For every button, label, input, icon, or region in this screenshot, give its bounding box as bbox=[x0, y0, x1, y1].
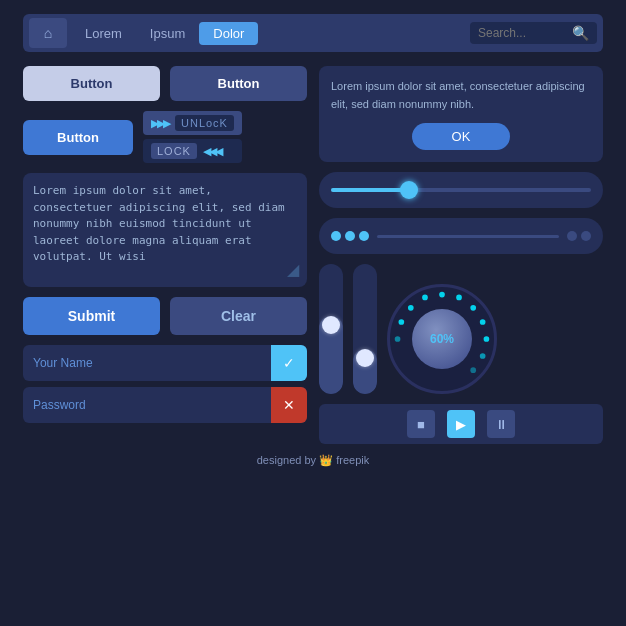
footer: designed by 👑 freepik bbox=[23, 454, 603, 467]
name-check-button[interactable]: ✓ bbox=[271, 345, 307, 381]
slider-track-1[interactable] bbox=[331, 188, 591, 192]
media-stop-button[interactable]: ■ bbox=[407, 410, 435, 438]
action-row: Submit Clear bbox=[23, 297, 307, 335]
resize-icon: ◢ bbox=[287, 260, 299, 279]
textarea-container: Lorem ipsum dolor sit amet, consectetuer… bbox=[23, 173, 307, 287]
lock-unlock-row: Button ▶▶▶ UNLocK LOCK ◀◀◀ bbox=[23, 111, 307, 163]
svg-point-4 bbox=[484, 336, 490, 342]
dot-4 bbox=[567, 231, 577, 241]
button-light[interactable]: Button bbox=[23, 66, 160, 101]
button-row-1: Button Button bbox=[23, 66, 307, 101]
controls-row: 60% bbox=[319, 264, 603, 394]
brand-label: freepik bbox=[336, 454, 369, 466]
freepik-brand: 👑 bbox=[319, 454, 336, 466]
svg-point-9 bbox=[399, 319, 405, 325]
svg-point-6 bbox=[470, 368, 476, 374]
svg-point-0 bbox=[439, 292, 445, 298]
password-clear-button[interactable]: ✕ bbox=[271, 387, 307, 423]
stop-icon: ■ bbox=[417, 417, 425, 432]
home-icon: ⌂ bbox=[44, 25, 52, 41]
media-pause-button[interactable]: ⏸ bbox=[487, 410, 515, 438]
dots-slider bbox=[319, 218, 603, 254]
left-column: Button Button Button ▶▶▶ UNLocK LOCK ◀◀◀ bbox=[23, 66, 307, 444]
button-blue[interactable]: Button bbox=[23, 120, 133, 155]
vert-thumb-2[interactable] bbox=[356, 349, 374, 367]
vert-slider-1 bbox=[319, 264, 343, 394]
search-icon[interactable]: 🔍 bbox=[572, 25, 589, 41]
nav-item-lorem[interactable]: Lorem bbox=[71, 22, 136, 45]
lock-label: LOCK bbox=[151, 143, 197, 159]
slider-thumb-1[interactable] bbox=[400, 181, 418, 199]
svg-point-8 bbox=[408, 305, 414, 311]
svg-point-7 bbox=[422, 295, 428, 301]
button-medium[interactable]: Button bbox=[170, 66, 307, 101]
knob-inner[interactable]: 60% bbox=[412, 309, 472, 369]
pause-icon: ⏸ bbox=[495, 417, 508, 432]
knob-outer[interactable]: 60% bbox=[387, 284, 497, 394]
name-input-row: ✓ bbox=[23, 345, 307, 381]
navbar: ⌂ Lorem Ipsum Dolor 🔍 bbox=[23, 14, 603, 52]
vert-track-1[interactable] bbox=[319, 264, 343, 394]
footer-text: designed by bbox=[257, 454, 319, 466]
search-bar: 🔍 bbox=[470, 22, 597, 44]
right-column: Lorem ipsum dolor sit amet, consectetuer… bbox=[319, 66, 603, 444]
nav-home-button[interactable]: ⌂ bbox=[29, 18, 67, 48]
name-input[interactable] bbox=[23, 346, 271, 380]
submit-button[interactable]: Submit bbox=[23, 297, 160, 335]
dot-3 bbox=[359, 231, 369, 241]
svg-point-3 bbox=[480, 319, 486, 325]
dot-2 bbox=[345, 231, 355, 241]
knob-container: 60% bbox=[387, 284, 497, 394]
svg-point-1 bbox=[456, 295, 462, 301]
password-input[interactable] bbox=[23, 388, 271, 422]
svg-point-2 bbox=[470, 305, 476, 311]
lock-arrows-icon: ◀◀◀ bbox=[203, 145, 221, 158]
unlock-label: UNLocK bbox=[175, 115, 234, 131]
text-area[interactable]: Lorem ipsum dolor sit amet, consectetuer… bbox=[33, 183, 297, 273]
knob-percent: 60% bbox=[430, 332, 454, 346]
dot-1 bbox=[331, 231, 341, 241]
media-play-button[interactable]: ▶ bbox=[447, 410, 475, 438]
search-input[interactable] bbox=[478, 26, 568, 40]
dot-5 bbox=[581, 231, 591, 241]
dialog-text: Lorem ipsum dolor sit amet, consectetuer… bbox=[331, 78, 591, 113]
vert-slider-2 bbox=[353, 264, 377, 394]
nav-item-ipsum[interactable]: Ipsum bbox=[136, 22, 199, 45]
vert-track-2[interactable] bbox=[353, 264, 377, 394]
svg-point-10 bbox=[395, 336, 401, 342]
dots-line[interactable] bbox=[377, 235, 559, 238]
nav-item-dolor[interactable]: Dolor bbox=[199, 22, 258, 45]
slider-row-1 bbox=[319, 172, 603, 208]
input-group: ✓ ✕ bbox=[23, 345, 307, 423]
svg-point-5 bbox=[480, 353, 486, 359]
unlock-arrows-icon: ▶▶▶ bbox=[151, 117, 169, 130]
clear-button[interactable]: Clear bbox=[170, 297, 307, 335]
ok-button[interactable]: OK bbox=[412, 123, 511, 150]
media-controls: ■ ▶ ⏸ bbox=[319, 404, 603, 444]
slider-fill-1 bbox=[331, 188, 409, 192]
lock-unlock-group: ▶▶▶ UNLocK LOCK ◀◀◀ bbox=[143, 111, 242, 163]
dialog-box: Lorem ipsum dolor sit amet, consectetuer… bbox=[319, 66, 603, 162]
unlock-button[interactable]: ▶▶▶ UNLocK bbox=[143, 111, 242, 135]
password-input-row: ✕ bbox=[23, 387, 307, 423]
play-icon: ▶ bbox=[456, 417, 466, 432]
lock-button[interactable]: LOCK ◀◀◀ bbox=[143, 139, 242, 163]
vert-thumb-1[interactable] bbox=[322, 316, 340, 334]
